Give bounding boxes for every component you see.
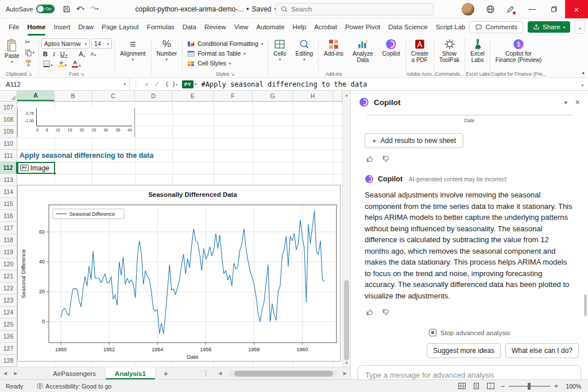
row-header-127[interactable]: 127 (0, 343, 17, 355)
ribbon-tab-file[interactable]: File (5, 18, 24, 36)
styles-caption[interactable]: Styles ↘ (183, 71, 267, 77)
horizontal-scrollbar[interactable] (229, 370, 336, 377)
sheet-nav-right[interactable]: ▶ (10, 371, 21, 376)
web-version-button[interactable] (482, 1, 498, 17)
ribbon-tab-page-layout[interactable]: Page Layout (98, 18, 143, 36)
paste-button[interactable]: Paste ▾ (2, 37, 22, 65)
document-title[interactable]: copilot-python-excel-arima-demo-... • Sa… (136, 5, 277, 13)
copilot-finance-button[interactable]: $ Copilot forFinance (Preview) (493, 37, 545, 64)
column-header-c[interactable]: C (92, 91, 135, 101)
selected-cell-a112[interactable]: PY Image (17, 162, 55, 174)
ribbon-tab-data[interactable]: Data (179, 18, 200, 36)
page-break-view-button[interactable] (486, 382, 495, 390)
editing-button[interactable]: Editing ▾ (293, 37, 316, 63)
number-button[interactable]: % Number ▾ (154, 37, 180, 63)
row-header-116[interactable]: 116 (0, 210, 17, 222)
cell-styles-button[interactable]: Cell Styles ▾ (185, 59, 265, 68)
cancel-entry-button[interactable]: × (142, 81, 151, 88)
row-header-117[interactable]: 117 (0, 222, 17, 234)
thumbs-down-button[interactable] (382, 308, 390, 316)
row-header-126[interactable]: 126 (0, 331, 17, 343)
clipboard-caption[interactable]: Clipboard ↘ (0, 71, 38, 77)
row-header-111[interactable]: 111 (0, 150, 17, 162)
row-header-123[interactable]: 123 (0, 294, 17, 306)
row-header-109[interactable]: 109 (0, 126, 17, 138)
ribbon-tab-power-pivot[interactable]: Power Pivot (341, 18, 384, 36)
show-toolpak-button[interactable]: ShowToolPak (436, 37, 463, 64)
hscroll-left-arrow[interactable]: ◀ (215, 371, 225, 376)
copy-button[interactable]: ▾ (24, 48, 37, 57)
close-button[interactable]: × (565, 0, 588, 18)
italic-button[interactable]: I (51, 50, 57, 58)
share-button[interactable]: Share ▾ (528, 21, 570, 33)
underline-button[interactable]: U▾ (59, 50, 69, 58)
borders-button[interactable]: ▾ (41, 60, 55, 68)
zoom-slider[interactable] (509, 386, 550, 387)
collapse-ribbon-button[interactable]: ▴ (582, 69, 585, 75)
conditional-formatting-button[interactable]: Conditional Formatting ▾ (185, 39, 265, 48)
grow-font-button[interactable]: A▴ (77, 50, 87, 58)
minimize-button[interactable]: — (521, 0, 543, 18)
row-header-108[interactable]: 108 (0, 114, 17, 126)
cell-a111-heading[interactable]: Apply seasonal differencing to the data (20, 150, 153, 162)
row-header-112[interactable]: 112 (0, 162, 17, 174)
scroll-down-arrow[interactable]: ▼ (343, 359, 350, 367)
alignment-button[interactable]: ≡ Alignment ▾ (117, 37, 148, 63)
undo-button[interactable]: ↶▾ (74, 3, 87, 15)
restore-button[interactable] (543, 0, 565, 18)
scroll-up-arrow[interactable]: ▲ (343, 91, 350, 99)
ribbon-tab-script-lab[interactable]: Script Lab (432, 18, 470, 36)
sheet-more-button[interactable]: ⋮ (197, 370, 215, 377)
new-sheet-button[interactable]: + (156, 369, 176, 378)
row-header-118[interactable]: 118 (0, 234, 17, 246)
row-header-120[interactable]: 120 (0, 258, 17, 270)
save-button[interactable] (60, 3, 73, 15)
zoom-in-button[interactable]: + (554, 382, 558, 390)
analyze-data-button[interactable]: AnalyzeData (350, 37, 376, 64)
bold-button[interactable]: B (41, 50, 49, 58)
formula-input[interactable]: #Apply seasonal differencing to the data (196, 80, 577, 88)
search-input[interactable] (291, 6, 417, 13)
cut-button[interactable]: ✂ (24, 37, 37, 47)
font-color-button[interactable]: A ▾ (70, 59, 83, 68)
row-header-128[interactable]: 128 (0, 355, 17, 367)
accessibility-status[interactable]: Accessibility: Good to go (37, 383, 111, 390)
font-name-select[interactable]: Aptos Narrow▾ (41, 38, 90, 49)
formula-bar-handle[interactable]: ⋮ (130, 80, 142, 88)
column-header-d[interactable]: D (135, 91, 172, 101)
pane-scroll-thumb[interactable] (584, 294, 587, 316)
hscroll-right-arrow[interactable]: ▶ (340, 371, 350, 376)
ribbon-tab-view[interactable]: View (230, 18, 253, 36)
vertical-scrollbar[interactable]: ▲ ▼ (342, 91, 350, 367)
normal-view-button[interactable] (458, 382, 466, 390)
select-all-corner[interactable] (0, 91, 17, 101)
fill-handle[interactable] (53, 172, 56, 175)
zoom-slider-knob[interactable] (528, 383, 531, 390)
column-header-f[interactable]: F (214, 91, 253, 101)
font-size-select[interactable]: 14▾ (91, 38, 112, 49)
seasonal-difference-chart[interactable]: 1950195219541956195819600204060Seasonall… (17, 185, 341, 362)
sheet-tab-analysis1[interactable]: Analysis1 (106, 367, 156, 379)
python-badge[interactable]: PY (182, 80, 194, 88)
acf-chart-partial[interactable]: -0.75 -1.00 0510152025303540 (17, 108, 135, 137)
row-header-122[interactable]: 122 (0, 282, 17, 294)
row-header-115[interactable]: 115 (0, 198, 17, 210)
zoom-out-button[interactable]: − (501, 382, 505, 390)
comments-button[interactable]: Comments (469, 21, 523, 33)
pane-close-button[interactable]: × (575, 98, 580, 107)
ribbon-tab-draw[interactable]: Draw (74, 18, 98, 36)
column-header-b[interactable]: B (55, 91, 92, 101)
font-caption[interactable]: Font ↘ (40, 71, 114, 77)
pane-scrollbar[interactable] (583, 114, 587, 379)
ribbon-tab-insert[interactable]: Insert (49, 18, 74, 36)
copilot-ribbon-button[interactable]: Copilot (380, 37, 403, 58)
row-header-114[interactable]: 114 (0, 186, 17, 198)
format-as-table-button[interactable]: Format as Table ▾ (185, 49, 265, 58)
column-header-e[interactable]: E (172, 91, 214, 101)
ribbon-tab-home[interactable]: Home (24, 18, 50, 36)
ribbon-tab-help[interactable]: Help (289, 18, 311, 36)
create-pdf-button[interactable]: Createa PDF (408, 37, 431, 64)
thumbs-down-button[interactable] (382, 155, 390, 163)
expand-formula-bar-button[interactable]: ▾ (577, 80, 588, 88)
name-box[interactable]: A112 ▾ (0, 78, 130, 90)
